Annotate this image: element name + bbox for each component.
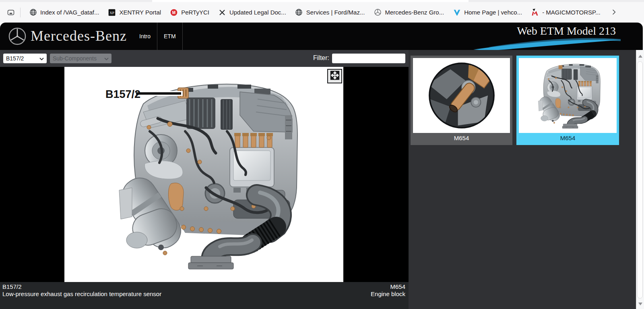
- x-icon: [218, 8, 226, 17]
- bookmark-item[interactable]: Mercedes-Benz Gro...: [374, 8, 444, 17]
- thumbnail-caption: M654: [519, 133, 617, 143]
- subcomponents-select[interactable]: Sub-Components: [50, 54, 111, 63]
- filter-input[interactable]: [332, 54, 405, 63]
- selected-component-description: Low-pressure exhaust gas recirculation t…: [2, 290, 161, 298]
- thumbnail-engine-selected[interactable]: M654: [516, 56, 619, 145]
- thumbnail-image: [519, 58, 617, 133]
- bookmark-item[interactable]: Updated Legal Doc...: [218, 8, 286, 17]
- expand-arrows-icon: [330, 70, 340, 82]
- diagram-viewer: B157/2: [0, 67, 409, 282]
- xp-icon: XP: [108, 8, 116, 17]
- bookmark-item[interactable]: Index of /VAG_dataf...: [29, 8, 99, 17]
- header-nav: Intro ETM: [133, 23, 183, 50]
- content-area: B157/2 Sub-Components Filter: B157/2: [0, 50, 644, 309]
- subcomponents-select-value: Sub-Components: [53, 55, 97, 62]
- component-select-value: B157/2: [6, 55, 24, 62]
- filter-label: Filter:: [313, 54, 329, 62]
- bookmark-item[interactable]: XPXENTRY Portal: [108, 8, 161, 17]
- thumbnail-image: [413, 58, 510, 133]
- sidebar-panel-icon: [7, 8, 15, 17]
- bookmarks-bar: Index of /VAG_dataf...XPXENTRY PortalMPe…: [0, 0, 644, 23]
- bookmarks-overflow-button[interactable]: [609, 8, 619, 18]
- triangle-up-icon: [638, 55, 642, 58]
- status-left: B157/2 Low-pressure exhaust gas recircul…: [2, 283, 161, 298]
- scroll-up-button[interactable]: [636, 52, 644, 60]
- bookmark-label: XENTRY Portal: [119, 9, 161, 16]
- nav-separator: [182, 23, 183, 50]
- mega-icon: M: [170, 8, 178, 17]
- thumbnail-sensor-closeup[interactable]: M654: [411, 56, 512, 145]
- bookmark-label: Home Page | vehco...: [464, 9, 522, 16]
- page-title-block: Web ETM Model 213: [517, 25, 616, 37]
- globe-icon: [29, 8, 37, 17]
- status-bar: B157/2 Low-pressure exhaust gas recircul…: [0, 282, 409, 309]
- bookmark-label: - MAGICMOTORSP...: [542, 9, 600, 16]
- mercedes-star-icon: [374, 8, 382, 17]
- chevron-down-icon: [39, 55, 44, 62]
- bookmark-label: Services | Ford/Maz...: [306, 9, 365, 16]
- page-title: Web ETM Model 213: [517, 25, 616, 37]
- selected-group-description: Engine block: [371, 290, 405, 298]
- brand-wordmark: Mercedes-Benz: [31, 27, 127, 44]
- chevron-down-icon: [104, 55, 109, 62]
- bookmark-label: Updated Legal Doc...: [229, 9, 286, 16]
- app-header: Mercedes-Benz Intro ETM Web ETM Model 21…: [0, 23, 643, 50]
- chevron-right-icon: [610, 8, 618, 18]
- scroll-down-button[interactable]: [636, 300, 644, 307]
- bookmark-label: PeRTyYCI: [181, 9, 209, 16]
- fullscreen-button[interactable]: [327, 69, 342, 83]
- bookmark-item[interactable]: Home Page | vehco...: [453, 8, 522, 17]
- bookmark-item[interactable]: Services | Ford/Maz...: [295, 8, 365, 17]
- toolbar: B157/2 Sub-Components Filter:: [0, 50, 409, 67]
- bookmark-label: Index of /VAG_dataf...: [40, 9, 99, 16]
- component-select[interactable]: B157/2: [3, 54, 47, 63]
- bookmarks-list: Index of /VAG_dataf...XPXENTRY PortalMPe…: [25, 8, 605, 17]
- selected-component-code: B157/2: [2, 283, 161, 290]
- svg-text:M: M: [172, 10, 175, 15]
- svg-text:XP: XP: [110, 10, 115, 15]
- swoosh-graphic: [473, 37, 621, 51]
- vertical-scrollbar[interactable]: [636, 50, 644, 309]
- bookmark-item[interactable]: - MAGICMOTORSP...: [531, 8, 600, 17]
- globe-icon: [295, 8, 303, 17]
- nav-item-etm[interactable]: ETM: [157, 23, 182, 50]
- selected-group-code: M654: [371, 283, 405, 290]
- bookmarks-divider: [20, 8, 21, 17]
- v-icon: [453, 8, 461, 17]
- sidebar-panel-button[interactable]: [4, 6, 18, 19]
- thumbnail-caption: M654: [413, 133, 510, 143]
- bookmark-label: Mercedes-Benz Gro...: [385, 9, 444, 16]
- bookmark-item[interactable]: MPeRTyYCI: [170, 8, 209, 17]
- status-right: M654 Engine block: [371, 283, 405, 298]
- component-image: B157/2: [64, 67, 343, 282]
- thumbnail-panel: M654 M654: [409, 50, 636, 309]
- triangle-down-icon: [638, 303, 642, 305]
- magicmotorsport-icon: [531, 8, 539, 17]
- nav-item-intro[interactable]: Intro: [133, 23, 157, 50]
- component-callout: B157/2: [105, 88, 140, 100]
- main-column: B157/2 Sub-Components Filter: B157/2: [0, 50, 409, 309]
- scrollbar-thumb[interactable]: [637, 61, 643, 299]
- mercedes-logo-icon: [8, 27, 27, 47]
